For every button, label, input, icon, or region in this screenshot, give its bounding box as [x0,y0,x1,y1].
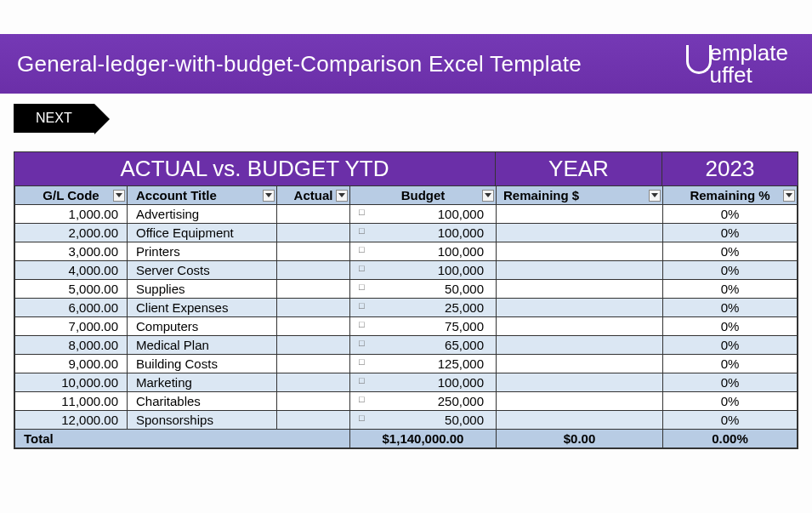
cell-gl-code[interactable]: 12,000.00 [15,411,128,430]
logo-text: emplate uffet [710,42,789,86]
cell-remaining-percent[interactable]: 0% [663,242,798,261]
cell-gl-code[interactable]: 10,000.00 [15,373,128,392]
cell-gl-code[interactable]: 3,000.00 [15,242,128,261]
table-row: 3,000.00Printers□100,0000% [15,242,798,261]
cell-actual[interactable] [277,280,350,299]
cell-account-title[interactable]: Advertising [128,205,277,224]
cell-actual[interactable] [277,299,350,317]
cell-remaining-percent[interactable]: 0% [663,411,798,430]
table-row: 7,000.00Computers□75,0000% [15,317,798,336]
cell-remaining-percent[interactable]: 0% [663,373,798,392]
cell-remaining-dollar[interactable] [497,299,663,317]
cell-remaining-percent[interactable]: 0% [663,261,798,280]
cell-gl-code[interactable]: 7,000.00 [15,317,128,336]
cell-gl-code[interactable]: 5,000.00 [15,280,128,299]
col-header-account-title[interactable]: Account Title [128,186,277,205]
col-header-gl-code[interactable]: G/L Code [15,186,128,205]
currency-symbol-icon: □ [359,207,365,217]
cell-gl-code[interactable]: 2,000.00 [15,224,128,242]
header-bar: General-ledger-with-budget-Comparison Ex… [0,34,812,94]
filter-dropdown-icon[interactable] [113,190,125,202]
cell-actual[interactable] [277,224,350,242]
cell-remaining-dollar[interactable] [497,261,663,280]
filter-dropdown-icon[interactable] [263,190,275,202]
total-budget: $1,140,000.00 [350,430,497,448]
cell-gl-code[interactable]: 1,000.00 [15,205,128,224]
cell-budget[interactable]: □25,000 [350,299,497,317]
cell-remaining-dollar[interactable] [497,242,663,261]
cell-budget[interactable]: □65,000 [350,336,497,355]
cell-remaining-percent[interactable]: 0% [663,205,798,224]
cell-account-title[interactable]: Office Equipment [128,224,277,242]
table-row: 4,000.00Server Costs□100,0000% [15,261,798,280]
cell-budget[interactable]: □125,000 [350,355,497,373]
cell-remaining-dollar[interactable] [497,355,663,373]
currency-symbol-icon: □ [359,413,365,423]
cell-account-title[interactable]: Server Costs [128,261,277,280]
cell-actual[interactable] [277,373,350,392]
filter-dropdown-icon[interactable] [649,190,661,202]
table-row: 2,000.00Office Equipment□100,0000% [15,224,798,242]
cell-gl-code[interactable]: 8,000.00 [15,336,128,355]
cell-gl-code[interactable]: 9,000.00 [15,355,128,373]
cell-account-title[interactable]: Medical Plan [128,336,277,355]
cell-remaining-percent[interactable]: 0% [663,299,798,317]
cell-budget[interactable]: □250,000 [350,392,497,411]
cell-budget[interactable]: □75,000 [350,317,497,336]
cell-budget[interactable]: □100,000 [350,242,497,261]
table-row: 9,000.00Building Costs□125,0000% [15,355,798,373]
total-remaining-dollar: $0.00 [497,430,663,448]
cell-remaining-percent[interactable]: 0% [663,355,798,373]
cell-remaining-dollar[interactable] [497,280,663,299]
cell-actual[interactable] [277,317,350,336]
cell-budget[interactable]: □100,000 [350,224,497,242]
cell-remaining-percent[interactable]: 0% [663,392,798,411]
cell-remaining-percent[interactable]: 0% [663,224,798,242]
cell-remaining-dollar[interactable] [497,317,663,336]
cell-gl-code[interactable]: 4,000.00 [15,261,128,280]
cell-remaining-percent[interactable]: 0% [663,280,798,299]
cell-gl-code[interactable]: 6,000.00 [15,299,128,317]
next-button[interactable]: NEXT [14,104,94,133]
filter-dropdown-icon[interactable] [783,190,795,202]
currency-symbol-icon: □ [359,263,365,273]
col-header-remaining-percent[interactable]: Remaining % [663,186,798,205]
cell-account-title[interactable]: Client Expenses [128,299,277,317]
currency-symbol-icon: □ [359,282,365,292]
cell-actual[interactable] [277,336,350,355]
cell-remaining-percent[interactable]: 0% [663,317,798,336]
cell-account-title[interactable]: Supplies [128,280,277,299]
cell-remaining-dollar[interactable] [497,411,663,430]
cell-account-title[interactable]: Computers [128,317,277,336]
filter-dropdown-icon[interactable] [336,190,348,202]
cell-actual[interactable] [277,392,350,411]
cell-account-title[interactable]: Marketing [128,373,277,392]
cell-remaining-dollar[interactable] [497,205,663,224]
cell-actual[interactable] [277,411,350,430]
cell-remaining-dollar[interactable] [497,373,663,392]
cell-remaining-dollar[interactable] [497,336,663,355]
cell-actual[interactable] [277,355,350,373]
cell-remaining-dollar[interactable] [497,392,663,411]
cell-actual[interactable] [277,242,350,261]
cell-account-title[interactable]: Printers [128,242,277,261]
cell-remaining-percent[interactable]: 0% [663,336,798,355]
filter-dropdown-icon[interactable] [482,190,494,202]
cell-budget[interactable]: □100,000 [350,261,497,280]
cell-account-title[interactable]: Charitables [128,392,277,411]
cell-budget[interactable]: □50,000 [350,411,497,430]
cell-budget[interactable]: □100,000 [350,205,497,224]
cell-actual[interactable] [277,205,350,224]
cell-account-title[interactable]: Sponsorships [128,411,277,430]
cell-account-title[interactable]: Building Costs [128,355,277,373]
cell-budget[interactable]: □100,000 [350,373,497,392]
total-remaining-percent: 0.00% [663,430,798,448]
cell-actual[interactable] [277,261,350,280]
cell-budget[interactable]: □50,000 [350,280,497,299]
col-header-actual[interactable]: Actual [277,186,350,205]
col-header-budget[interactable]: Budget [350,186,497,205]
cell-remaining-dollar[interactable] [497,224,663,242]
col-header-remaining-dollar[interactable]: Remaining $ [497,186,663,205]
cell-gl-code[interactable]: 11,000.00 [15,392,128,411]
currency-symbol-icon: □ [359,244,365,254]
